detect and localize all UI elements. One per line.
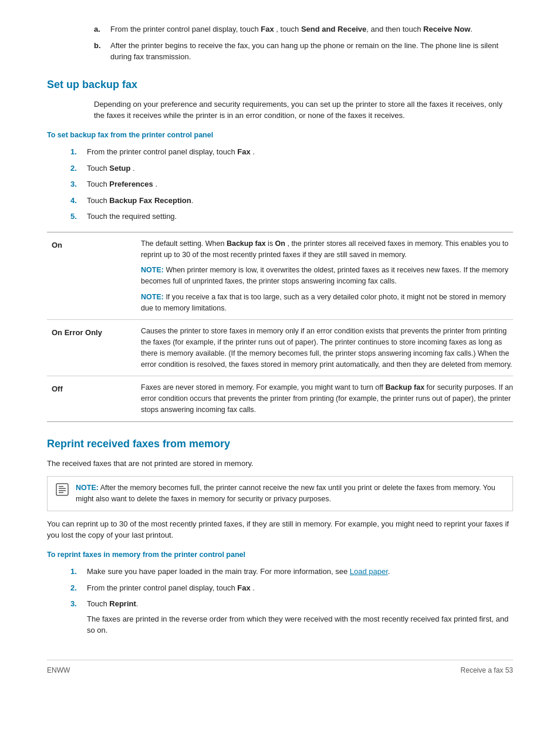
svg-rect-1 xyxy=(59,486,63,487)
section2-body: You can reprint up to 30 of the most rec… xyxy=(47,518,513,541)
intro-content-b: After the printer begins to receive the … xyxy=(110,40,513,63)
reprint-step-2-num: 2. xyxy=(70,582,87,594)
note-on-2: NOTE: If you receive a fax that is too l… xyxy=(141,292,513,314)
section1-subheading: To set backup fax from the printer contr… xyxy=(47,130,513,141)
section2-steps: 1. Make sure you have paper loaded in th… xyxy=(47,566,513,636)
step-2-content: Touch Setup . xyxy=(87,163,513,174)
svg-rect-3 xyxy=(59,490,66,491)
step-5-num: 5. xyxy=(70,211,87,222)
section-backup-fax: Set up backup fax Depending on your pref… xyxy=(47,77,513,422)
step-1-content: From the printer control panel display, … xyxy=(87,146,513,158)
page-footer: ENWW Receive a fax 53 xyxy=(47,660,513,676)
table-row-off: Off Faxes are never stored in memory. Fo… xyxy=(47,376,513,421)
step-1-num: 1. xyxy=(70,146,87,158)
step-3-num: 3. xyxy=(70,178,87,190)
note-block-text: NOTE: After the memory becomes full, the… xyxy=(76,482,504,505)
note-block-memory: NOTE: After the memory becomes full, the… xyxy=(47,476,513,511)
step-4: 4. Touch Backup Fax Reception. xyxy=(70,195,513,207)
reprint-step-1-num: 1. xyxy=(70,566,87,578)
note-icon xyxy=(56,483,70,501)
svg-rect-4 xyxy=(59,492,63,494)
svg-rect-2 xyxy=(59,488,66,490)
footer-right: Receive a fax 53 xyxy=(461,665,513,676)
table-content-on-error-only: Causes the printer to store faxes in mem… xyxy=(141,326,513,370)
table-label-on-error-only: On Error Only xyxy=(47,326,141,370)
reprint-step-1-content: Make sure you have paper loaded in the m… xyxy=(87,566,513,578)
section1-intro: Depending on your preference and securit… xyxy=(94,99,513,121)
reprint-step-2-content: From the printer control panel display, … xyxy=(87,582,513,594)
backup-fax-table: On The default setting. When Backup fax … xyxy=(47,232,513,422)
intro-item-a: a. From the printer control panel displa… xyxy=(94,23,513,35)
step-5-content: Touch the required setting. xyxy=(87,211,513,222)
section1-heading: Set up backup fax xyxy=(47,77,513,93)
intro-items: a. From the printer control panel displa… xyxy=(47,23,513,63)
table-label-off: Off xyxy=(47,382,141,415)
step-3: 3. Touch Preferences . xyxy=(70,178,513,190)
footer-left: ENWW xyxy=(47,665,70,676)
step-4-num: 4. xyxy=(70,195,87,207)
svg-rect-0 xyxy=(56,484,68,495)
table-content-off: Faxes are never stored in memory. For ex… xyxy=(141,382,513,415)
section2-heading: Reprint received faxes from memory xyxy=(47,436,513,452)
reprint-step-1: 1. Make sure you have paper loaded in th… xyxy=(70,566,513,578)
reprint-step-3-sub: The faxes are printed in the reverse ord… xyxy=(87,613,513,636)
note-on-1: NOTE: When printer memory is low, it ove… xyxy=(141,265,513,287)
table-row-on: On The default setting. When Backup fax … xyxy=(47,232,513,320)
load-paper-link[interactable]: Load paper xyxy=(350,567,388,576)
section1-steps: 1. From the printer control panel displa… xyxy=(47,146,513,222)
section2-subheading: To reprint faxes in memory from the prin… xyxy=(47,549,513,561)
reprint-step-3-content: Touch Reprint. The faxes are printed in … xyxy=(87,598,513,636)
step-1: 1. From the printer control panel displa… xyxy=(70,146,513,158)
section-reprint-faxes: Reprint received faxes from memory The r… xyxy=(47,436,513,636)
step-4-content: Touch Backup Fax Reception. xyxy=(87,195,513,207)
intro-letter-b: b. xyxy=(94,40,110,63)
intro-item-b: b. After the printer begins to receive t… xyxy=(94,40,513,63)
table-content-on: The default setting. When Backup fax is … xyxy=(141,238,513,314)
table-label-on: On xyxy=(47,238,141,314)
intro-letter-a: a. xyxy=(94,23,110,35)
step-2-num: 2. xyxy=(70,163,87,174)
section2-intro: The received faxes that are not printed … xyxy=(47,458,513,470)
step-3-content: Touch Preferences . xyxy=(87,178,513,190)
reprint-step-3: 3. Touch Reprint. The faxes are printed … xyxy=(70,598,513,636)
reprint-step-2: 2. From the printer control panel displa… xyxy=(70,582,513,594)
table-row-on-error-only: On Error Only Causes the printer to stor… xyxy=(47,320,513,376)
reprint-step-3-num: 3. xyxy=(70,598,87,636)
step-2: 2. Touch Setup . xyxy=(70,163,513,174)
step-5: 5. Touch the required setting. xyxy=(70,211,513,222)
intro-content-a: From the printer control panel display, … xyxy=(110,23,513,35)
